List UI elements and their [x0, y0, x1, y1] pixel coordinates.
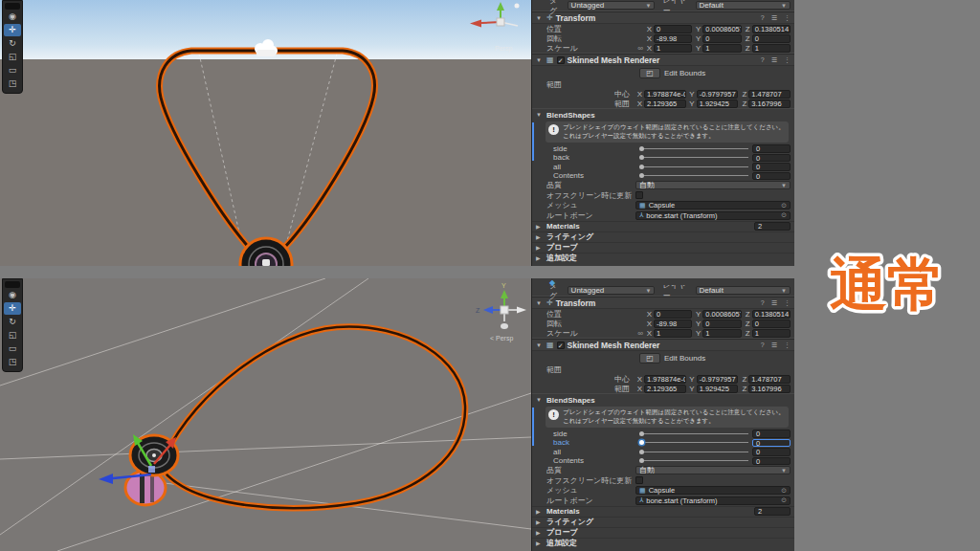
position-y-field[interactable]: 0.000860571 [702, 310, 741, 319]
rotation-y-field[interactable]: 0 [702, 34, 741, 43]
link-icon[interactable]: ∞ [635, 44, 645, 53]
object-picker-icon[interactable]: ⊙ [781, 487, 787, 495]
mesh-object-field[interactable]: ▦ Capsule ⊙ [635, 201, 791, 209]
view-tool-icon[interactable]: ◉ [4, 289, 21, 301]
scale-z-field[interactable]: 1 [752, 329, 791, 338]
mesh-object-field[interactable]: ▦ Capsule ⊙ [635, 486, 791, 495]
edit-bounds-button[interactable]: ◰ [639, 353, 660, 364]
scale-y-field[interactable]: 1 [702, 44, 741, 53]
move-tool-icon[interactable]: ✛ [4, 24, 21, 36]
extent-z-field[interactable]: 3.167996 [748, 385, 791, 393]
foldout-icon[interactable]: ▶ [536, 244, 544, 251]
foldout-icon[interactable]: ▶ [536, 529, 544, 536]
rotation-z-field[interactable]: 0 [752, 320, 791, 328]
probes-foldout[interactable]: ▶ プローブ [532, 242, 794, 253]
persp-label[interactable]: < Persp [490, 335, 513, 342]
materials-foldout[interactable]: ▶ Materials 2 [532, 221, 794, 231]
scale-tool-icon[interactable]: ◱ [4, 329, 21, 342]
preset-icon[interactable]: ☰ [771, 299, 777, 307]
object-picker-icon[interactable]: ⊙ [781, 211, 787, 219]
scale-y-field[interactable]: 1 [702, 329, 741, 338]
kebab-menu-icon[interactable]: ⋮ [784, 14, 791, 22]
root-bone-object-field[interactable]: ⅄ bone.start (Transform) ⊙ [635, 211, 791, 220]
toolbar-handle[interactable] [5, 281, 20, 288]
object-picker-icon[interactable]: ⊙ [781, 202, 787, 209]
root-bone-object-field[interactable]: ⅄ bone.start (Transform) ⊙ [635, 496, 791, 505]
center-x-field[interactable]: 1.978874e-0 [644, 375, 686, 384]
rotation-x-field[interactable]: -89.98 [654, 34, 692, 43]
layer-dropdown[interactable]: Default ▼ [696, 1, 791, 10]
extent-y-field[interactable]: 1.929425 [697, 99, 739, 108]
component-enabled-checkbox[interactable]: ✓ [557, 342, 565, 349]
position-y-field[interactable]: 0.000860571 [702, 25, 741, 33]
position-z-field[interactable]: 0.1380514 [752, 310, 791, 319]
slider-track[interactable] [639, 144, 748, 153]
scale-x-field[interactable]: 1 [654, 329, 692, 338]
slider-track[interactable] [639, 163, 748, 171]
transform-tool-icon[interactable]: ◳ [4, 77, 21, 90]
edit-bounds-button[interactable]: ◰ [639, 68, 660, 78]
help-icon[interactable]: ? [761, 342, 765, 348]
quality-dropdown[interactable]: 自動 ▼ [635, 181, 791, 189]
slider-handle[interactable] [639, 165, 644, 169]
help-icon[interactable]: ? [761, 56, 765, 63]
slider-track[interactable] [639, 153, 748, 162]
slider-value-field[interactable]: 0 [752, 439, 791, 448]
kebab-menu-icon[interactable]: ⋮ [784, 56, 791, 64]
foldout-icon[interactable]: ▶ [536, 233, 544, 240]
tag-dropdown[interactable]: Untagged ▼ [568, 286, 656, 295]
skinned-mesh-renderer-header[interactable]: ▼ ▦ ✓ Skinned Mesh Renderer ? ☰ ⋮ [532, 339, 794, 351]
lighting-foldout[interactable]: ▶ ライティング [532, 231, 794, 242]
scene-viewport-perspective[interactable]: Y Z < Persp [0, 278, 531, 551]
foldout-icon[interactable]: ▶ [536, 223, 544, 230]
rotation-z-field[interactable]: 0 [752, 34, 791, 43]
component-enabled-checkbox[interactable]: ✓ [557, 56, 565, 64]
center-x-field[interactable]: 1.978874e-0 [644, 90, 686, 99]
object-picker-icon[interactable]: ⊙ [781, 496, 787, 504]
center-z-field[interactable]: 1.478707 [748, 90, 791, 99]
rotate-tool-icon[interactable]: ↻ [4, 37, 21, 50]
persp-label[interactable]: Persp [495, 45, 512, 53]
center-y-field[interactable]: -0.9797957 [697, 375, 739, 384]
foldout-icon[interactable]: ▼ [536, 112, 544, 118]
rotation-x-field[interactable]: -89.98 [654, 320, 692, 328]
slider-handle[interactable] [639, 431, 644, 436]
slider-handle[interactable] [639, 458, 644, 463]
rotation-y-field[interactable]: 0 [702, 320, 741, 328]
position-z-field[interactable]: 0.1380514 [752, 25, 791, 33]
blendshapes-foldout[interactable]: ▼ BlendShapes [532, 394, 794, 406]
foldout-icon[interactable]: ▼ [536, 342, 544, 348]
slider-value-field[interactable]: 0 [752, 448, 791, 456]
position-x-field[interactable]: 0 [654, 25, 692, 33]
move-tool-icon[interactable]: ✛ [4, 302, 21, 315]
scale-tool-icon[interactable]: ◱ [4, 51, 21, 63]
preset-icon[interactable]: ☰ [771, 14, 777, 22]
slider-track[interactable] [639, 438, 748, 447]
foldout-icon[interactable]: ▶ [536, 540, 544, 546]
rect-tool-icon[interactable]: ▭ [4, 64, 21, 77]
view-tool-icon[interactable]: ◉ [4, 11, 21, 23]
kebab-menu-icon[interactable]: ⋮ [784, 299, 791, 307]
slider-track[interactable] [639, 171, 748, 180]
scale-z-field[interactable]: 1 [752, 44, 791, 53]
slider-track[interactable] [639, 456, 748, 465]
foldout-icon[interactable]: ▶ [536, 508, 544, 515]
link-icon[interactable]: ∞ [635, 329, 645, 338]
help-icon[interactable]: ? [761, 299, 765, 306]
blendshapes-foldout[interactable]: ▼ BlendShapes [532, 109, 794, 121]
materials-foldout[interactable]: ▶ Materials 2 [532, 506, 794, 517]
preset-icon[interactable]: ☰ [771, 56, 777, 64]
slider-handle[interactable] [639, 450, 644, 454]
position-x-field[interactable]: 0 [654, 310, 692, 319]
update-offscreen-checkbox[interactable] [635, 191, 643, 199]
quality-dropdown[interactable]: 自動 ▼ [635, 466, 791, 474]
foldout-icon[interactable]: ▶ [536, 518, 544, 525]
rotate-tool-icon[interactable]: ↻ [4, 316, 21, 328]
materials-count-field[interactable]: 2 [754, 507, 791, 516]
slider-value-field[interactable]: 0 [752, 457, 791, 466]
foldout-icon[interactable]: ▼ [536, 300, 544, 306]
transform-header[interactable]: ▼ ✛ Transform ? ☰ ⋮ [532, 11, 794, 24]
transform-header[interactable]: ▼ ✛ Transform ? ☰ ⋮ [532, 297, 794, 309]
scene-view[interactable]: Persp [0, 278, 531, 551]
slider-handle[interactable] [639, 440, 644, 445]
